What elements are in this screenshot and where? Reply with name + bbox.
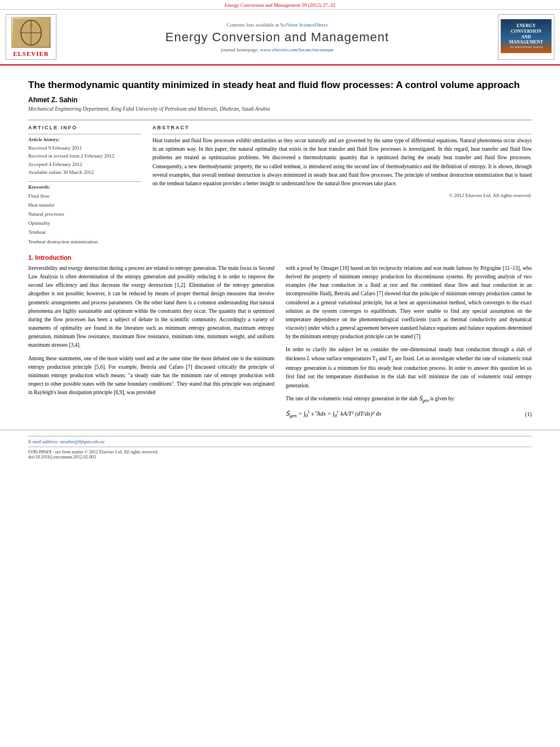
keyword-4: Optimality (28, 219, 141, 228)
footer: E-mail address: azsahin@kfupm.edu.sa 019… (0, 430, 560, 463)
equation-number: (1) (520, 410, 532, 419)
intro-right-para-1: with a proof by Onsager [10] based on hi… (286, 264, 532, 342)
article-info-header: ARTICLE INFO (28, 125, 141, 130)
history-label: Article history: (28, 137, 141, 142)
article-info-column: ARTICLE INFO Article history: Received 9… (28, 125, 141, 246)
intro-right-col: with a proof by Onsager [10] based on hi… (286, 264, 532, 424)
intro-para-2: Among these statements, one of the most … (28, 355, 274, 397)
intro-right-text: with a proof by Onsager [10] based on hi… (286, 264, 532, 420)
keyword-6: Temheat destruction minimization (28, 237, 141, 246)
keyword-3: Natural processes (28, 209, 141, 219)
right-logo-image: ENERGYConversionandManagement An Interna… (501, 19, 552, 53)
article-title: The thermodynamic quantity minimized in … (28, 79, 532, 91)
elsevier-image: 🌿 (11, 17, 51, 48)
keyword-1: Fluid flow (28, 191, 141, 200)
abstract-copyright: © 2012 Elsevier Ltd. All rights reserved… (152, 193, 532, 198)
sciverse-prefix: Contents lists available at (227, 22, 279, 28)
article-info-abstract: ARTICLE INFO Article history: Received 9… (28, 120, 532, 246)
intro-left-col: Irreversibility and exergy destruction d… (28, 264, 274, 424)
homepage-label: journal homepage: (221, 47, 259, 53)
author-name: Ahmet Z. Sahin (28, 96, 532, 104)
homepage-url[interactable]: www.elsevier.com/locate/enconman (260, 47, 334, 53)
equation-1: Ṡgen = ∫0L s‴Adx = ∫0L kA/T² (dT/dx)² dx… (286, 409, 532, 420)
intro-left-text: Irreversibility and exergy destruction d… (28, 264, 274, 397)
intro-right-para-2: In order to clarify the subject let us c… (286, 346, 532, 390)
keyword-5: Temheat (28, 228, 141, 237)
journal-logo-right: ENERGYConversionandManagement An Interna… (498, 14, 554, 60)
received-date: Received 9 February 2011 Received in rev… (28, 144, 141, 177)
intro-right-para-3: The rate of the volumetric total entropy… (286, 395, 532, 405)
keywords-label: Keywords: (28, 184, 141, 190)
abstract-column: ABSTRACT Heat transfer and fluid flow pr… (152, 125, 532, 246)
email-address[interactable]: azsahin@kfupm.edu.sa (60, 439, 104, 444)
journal-header: 🌿 ELSEVIER Contents lists available at S… (0, 10, 560, 65)
footer-doi: 0196-8904/$ - see front matter © 2012 El… (28, 449, 532, 460)
intro-body: Irreversibility and exergy destruction d… (28, 264, 532, 424)
sciverse-line: Contents lists available at SciVerse Sci… (62, 22, 492, 28)
intro-section-title: 1. Introduction (28, 254, 532, 261)
intro-para-1: Irreversibility and exergy destruction d… (28, 264, 274, 350)
footer-email: E-mail address: azsahin@kfupm.edu.sa (28, 439, 532, 444)
header-center: Contents lists available at SciVerse Sci… (62, 14, 492, 60)
journal-bar: Energy Conversion and Management 59 (201… (0, 0, 560, 10)
svg-text:🌿: 🌿 (29, 24, 33, 28)
author-affiliation: Mechanical Engineering Department, King … (28, 106, 532, 112)
elsevier-logo-left: 🌿 ELSEVIER (6, 14, 56, 60)
journal-title: Energy Conversion and Management (62, 30, 492, 45)
keyword-2: Heat transfer (28, 200, 141, 209)
abstract-text: Heat transfer and fluid flow processes e… (152, 137, 532, 188)
sciverse-link[interactable]: SciVerse ScienceDirect (280, 22, 327, 28)
equation-text: Ṡgen = ∫0L s‴Adx = ∫0L kA/T² (dT/dx)² dx (286, 409, 515, 420)
elsevier-brand: ELSEVIER (13, 50, 49, 57)
keywords-list: Fluid flow Heat transfer Natural process… (28, 191, 141, 246)
article-content: The thermodynamic quantity minimized in … (0, 65, 560, 430)
email-label: E-mail address: (28, 439, 59, 444)
journal-citation: Energy Conversion and Management 59 (201… (225, 2, 335, 8)
homepage-line: journal homepage: www.elsevier.com/locat… (62, 47, 492, 53)
abstract-header: ABSTRACT (152, 125, 532, 130)
